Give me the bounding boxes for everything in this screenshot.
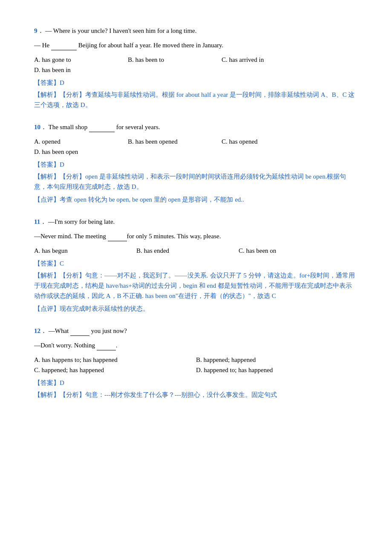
- q11-answer-label: 【答案】C: [34, 260, 64, 267]
- page-content: 9． — Where is your uncle? I haven't seen…: [34, 26, 358, 400]
- q10-option-a: A. opened: [34, 136, 128, 147]
- q12-analysis: 【解析】【分析】句意：---刚才你发生了什么事？---别担心，没什么事发生。固定…: [34, 390, 358, 400]
- q11-blank: [108, 234, 127, 241]
- q11-option-a: A. has begun: [34, 246, 136, 256]
- q9-line2: — He Beijing for about half a year. He m…: [34, 40, 358, 50]
- q10-blank: [89, 124, 115, 132]
- q9-option-d: D. has been in: [34, 65, 128, 75]
- q10-analysis: 【解析】【分析】open 是非延续性动词，和表示一段时间的时间状语连用必须转化为…: [34, 171, 358, 192]
- q11-answer: 【答案】C: [34, 258, 358, 269]
- q9-answer: 【答案】D: [34, 78, 358, 88]
- question-9: 9． — Where is your uncle? I haven't seen…: [34, 26, 358, 110]
- q11-text2: —Never mind. The meeting for only 5 minu…: [34, 233, 221, 240]
- question-11: 11． —I'm sorry for being late. —Never mi…: [34, 217, 358, 314]
- q10-answer: 【答案】D: [34, 159, 358, 170]
- q9-number: 9: [34, 27, 37, 34]
- q12-options: A. has happens to; has happened B. happe…: [34, 355, 358, 375]
- question-10: 10． The small shop for several years. A.…: [34, 122, 358, 205]
- q10-answer-label: 【答案】D: [34, 161, 64, 168]
- q9-option-c: C. has arrived in: [222, 55, 315, 65]
- q9-options: A. has gone to B. has been to C. has arr…: [34, 55, 358, 75]
- q12-line1: 12． —What you just now?: [34, 326, 358, 336]
- q9-option-a: A. has gone to: [34, 55, 128, 65]
- q10-option-d: D. has been open: [34, 147, 128, 157]
- q10-analysis-label: 【解析】【分析】open 是非延续性动词，和表示一段时间的时间状语连用必须转化为…: [34, 173, 346, 190]
- q12-option-d: D. happened to; has happened: [196, 365, 358, 375]
- q12-option-a: A. has happens to; has happened: [34, 355, 196, 365]
- q12-line2: —Don't worry. Nothing .: [34, 340, 358, 350]
- q9-line1: 9． — Where is your uncle? I haven't seen…: [34, 26, 358, 36]
- q10-comment-label: 【点评】考查 open 转化为 be open, be open 里的 open…: [34, 196, 244, 203]
- q11-analysis-label: 【解析】【分析】句意：——对不起，我迟到了。——没关系. 会议只开了 5 分钟，…: [34, 272, 355, 299]
- question-12: 12． —What you just now? —Don't worry. No…: [34, 326, 358, 400]
- q12-blank2: [97, 343, 116, 350]
- q12-answer-label: 【答案】D: [34, 379, 64, 386]
- q11-text1: —I'm sorry for being late.: [48, 218, 115, 225]
- q11-line2: —Never mind. The meeting for only 5 minu…: [34, 231, 358, 241]
- q11-analysis: 【解析】【分析】句意：——对不起，我迟到了。——没关系. 会议只开了 5 分钟，…: [34, 270, 358, 301]
- q11-option-b: B. has ended: [136, 246, 239, 256]
- q12-text2: —Don't worry. Nothing .: [34, 342, 117, 349]
- q10-option-c: C. has opened: [222, 136, 315, 147]
- q9-analysis-label: 【解析】【分析】考查延续与非延续性动词。根据 for about half a …: [34, 91, 355, 108]
- q11-comment: 【点评】现在完成时表示延续性的状态。: [34, 304, 358, 314]
- q11-options: A. has begun B. has ended C. has been on: [34, 246, 358, 256]
- q12-number: 12: [34, 327, 40, 334]
- q10-comment: 【点评】考查 open 转化为 be open, be open 里的 open…: [34, 194, 358, 205]
- q9-text1: — Where is your uncle? I haven't seen hi…: [45, 27, 196, 34]
- q9-blank: [51, 43, 77, 50]
- q10-options: A. opened B. has been opened C. has open…: [34, 136, 358, 157]
- q9-analysis: 【解析】【分析】考查延续与非延续性动词。根据 for about half a …: [34, 90, 358, 110]
- q12-analysis-label: 【解析】【分析】句意：---刚才你发生了什么事？---别担心，没什么事发生。固定…: [34, 391, 277, 398]
- q11-line1: 11． —I'm sorry for being late.: [34, 217, 358, 227]
- q10-option-b: B. has been opened: [128, 136, 222, 147]
- q12-text1: —What you just now?: [49, 327, 127, 334]
- q12-blank1: [70, 328, 89, 336]
- q10-line1: 10． The small shop for several years.: [34, 122, 358, 132]
- q9-text2: — He Beijing for about half a year. He m…: [34, 42, 223, 49]
- q12-option-b: B. happened; happened: [196, 355, 358, 365]
- q11-option-c: C. has been on: [239, 246, 341, 256]
- q9-answer-label: 【答案】D: [34, 79, 64, 86]
- q11-number: 11: [34, 218, 40, 225]
- q10-text: The small shop for several years.: [48, 124, 160, 130]
- q11-comment-label: 【点评】现在完成时表示延续性的状态。: [34, 305, 149, 312]
- q10-number: 10: [34, 124, 40, 130]
- q9-option-b: B. has been to: [128, 55, 222, 65]
- q12-answer: 【答案】D: [34, 378, 358, 388]
- q12-option-c: C. happened; has happened: [34, 365, 196, 375]
